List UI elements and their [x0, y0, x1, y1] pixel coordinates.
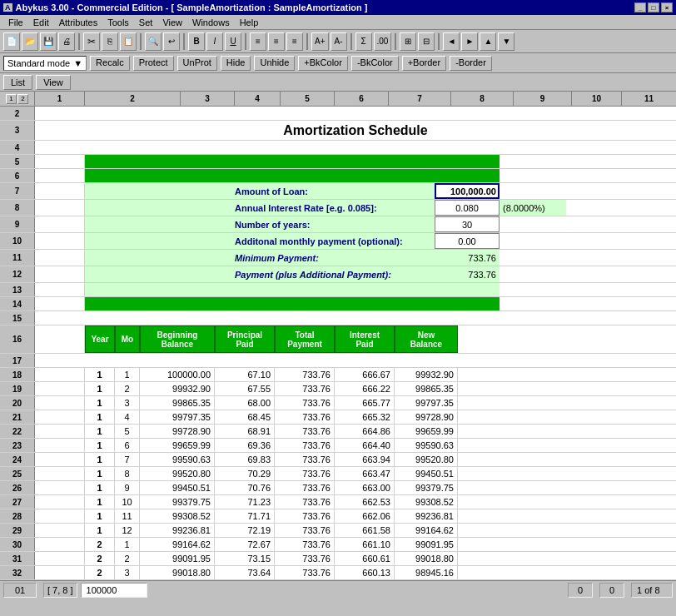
align-left-button[interactable]: ≡ [250, 32, 266, 51]
row-29: 29 1 12 99236.81 72.19 733.76 661.58 991… [0, 524, 676, 538]
border-minus-button[interactable]: -Border [450, 56, 492, 71]
row-6: 6 [0, 169, 676, 183]
minimize-button[interactable]: _ [634, 2, 646, 12]
row-num-12: 12 [0, 266, 35, 282]
bold-button[interactable]: B [188, 32, 205, 51]
row-num-10: 10 [0, 233, 35, 249]
recalc-button[interactable]: Recalc [90, 56, 130, 71]
align-right-button[interactable]: ≡ [286, 32, 303, 51]
coords-value: [ 7, 8 ] [47, 585, 73, 595]
cell-total-26: 733.76 [275, 481, 335, 494]
row-num-8: 8 [0, 200, 35, 216]
cell-new-bal-31: 99018.80 [395, 552, 458, 565]
open-button[interactable]: 📂 [22, 32, 38, 51]
row-button[interactable]: ⊟ [418, 32, 435, 51]
bkcolor-plus-button[interactable]: +BkColor [298, 56, 348, 71]
menu-file[interactable]: File [3, 17, 28, 28]
protect-button[interactable]: Protect [133, 56, 174, 71]
cell-new-bal-25: 99450.51 [395, 467, 458, 480]
row-20: 20 1 3 99865.35 68.00 733.76 665.77 9979… [0, 396, 676, 410]
row-2: 2 [0, 107, 676, 121]
underline-button[interactable]: U [225, 32, 241, 51]
cell-prin-25: 70.29 [215, 467, 275, 480]
years-value[interactable]: 30 [435, 216, 500, 232]
cell-ref-value: 01 [15, 585, 25, 595]
row-num-32: 32 [0, 566, 35, 579]
cell-total-25: 733.76 [275, 467, 335, 480]
font-size-down-button[interactable]: A- [331, 32, 347, 51]
col-button[interactable]: ⊞ [400, 32, 416, 51]
menu-set[interactable]: Set [134, 17, 158, 28]
level-2-btn[interactable]: 2 [17, 94, 28, 104]
font-size-up-button[interactable]: A+ [311, 32, 329, 51]
nav-right-button[interactable]: ► [461, 32, 478, 51]
unprot-button[interactable]: UnProt [177, 56, 217, 71]
rate-value[interactable]: 0.080 [435, 200, 500, 216]
maximize-button[interactable]: □ [648, 2, 659, 12]
cell-prin-18: 67.10 [215, 368, 275, 381]
cell-value-box[interactable]: 100000 [81, 583, 147, 598]
row-2-cells [35, 107, 676, 120]
mode-dropdown-icon[interactable]: ▼ [73, 58, 82, 68]
cell-int-25: 663.47 [335, 467, 395, 480]
cell-beg-bal-24: 99590.63 [140, 453, 215, 466]
row-num-31: 31 [0, 552, 35, 565]
mode-selector[interactable]: Standard mode ▼ [3, 56, 87, 71]
menu-attributes[interactable]: Attributes [54, 17, 102, 28]
hide-button[interactable]: Hide [221, 56, 251, 71]
row-num-18: 18 [0, 368, 35, 381]
find-button[interactable]: 🔍 [145, 32, 162, 51]
cut-button[interactable]: ✂ [83, 32, 100, 51]
print-button[interactable]: 🖨 [58, 32, 75, 51]
border-plus-button[interactable]: +Border [402, 56, 446, 71]
cell-beg-bal-29: 99236.81 [140, 524, 215, 537]
sheet-title: Amortization Schedule [35, 121, 676, 140]
row-32: 32 2 3 99018.80 73.64 733.76 660.13 9894… [0, 566, 676, 580]
cell-prin-31: 73.15 [215, 552, 275, 565]
align-center-button[interactable]: ≡ [268, 32, 285, 51]
min-payment-label: Minimum Payment: [235, 250, 435, 266]
plus-payment-label: Payment (plus Additional Payment): [235, 266, 435, 282]
bkcolor-minus-button[interactable]: -BkColor [351, 56, 399, 71]
addl-value[interactable]: 0.00 [435, 233, 500, 249]
title-bar: A Abykus 3.00 - Commercial Edition - [ S… [0, 0, 676, 15]
view-button[interactable]: View [36, 75, 71, 90]
menu-windows[interactable]: Windows [187, 17, 235, 28]
nav-left-button[interactable]: ◄ [443, 32, 460, 51]
nav-down-button[interactable]: ▼ [498, 32, 514, 51]
cell-prin-21: 68.45 [215, 410, 275, 424]
list-view-bar: List View [0, 73, 676, 92]
nav-up-button[interactable]: ▲ [480, 32, 496, 51]
col-header-9: 9 [514, 92, 572, 106]
sum-button[interactable]: Σ [355, 32, 372, 51]
cell-int-26: 663.00 [335, 481, 395, 494]
list-button[interactable]: List [3, 75, 32, 90]
italic-button[interactable]: I [206, 32, 223, 51]
coords-box: [ 7, 8 ] [43, 583, 77, 598]
row-num-6: 6 [0, 169, 35, 182]
row-16: 16 Year Mo BeginningBalance PrincipalPai… [0, 325, 676, 354]
undo-button[interactable]: ↩ [163, 32, 180, 51]
level-1-btn[interactable]: 1 [6, 94, 17, 104]
new-button[interactable]: 📄 [3, 32, 20, 51]
cell-mo-30: 1 [115, 538, 140, 551]
decimal-button[interactable]: .00 [374, 32, 392, 51]
close-button[interactable]: × [661, 2, 673, 12]
cell-new-bal-18: 99932.90 [395, 368, 458, 381]
copy-button[interactable]: ⎘ [102, 32, 118, 51]
menu-help[interactable]: Help [235, 17, 264, 28]
unhide-button[interactable]: Unhide [254, 56, 295, 71]
menu-view[interactable]: View [157, 17, 187, 28]
cell-year-24: 1 [85, 453, 115, 466]
col-header-4: 4 [235, 92, 281, 106]
title-bar-buttons: _ □ × [634, 2, 673, 12]
paste-button[interactable]: 📋 [120, 32, 137, 51]
save-button[interactable]: 💾 [40, 32, 57, 51]
sep6 [350, 33, 352, 50]
status-right: 0 0 1 of 8 [568, 583, 673, 598]
cell-int-27: 662.53 [335, 495, 395, 509]
cell-mo-21: 4 [115, 410, 140, 424]
loan-value[interactable]: 100,000.00 [435, 183, 500, 199]
menu-tools[interactable]: Tools [102, 17, 134, 28]
menu-edit[interactable]: Edit [28, 17, 54, 28]
